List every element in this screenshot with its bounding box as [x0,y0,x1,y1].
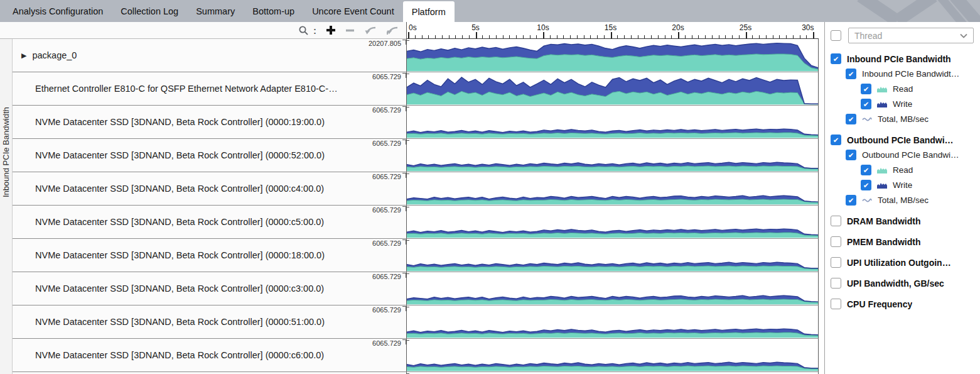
bandwidth-chart[interactable] [407,272,818,305]
bandwidth-chart[interactable] [407,39,818,72]
ruler-label: 15s [605,23,617,32]
zoom-in-icon[interactable] [326,25,336,35]
sidebar-item-inbound-pcie-bandwidt: ✔Inbound PCIe Bandwidt… [825,69,980,79]
bandwidth-chart[interactable] [407,339,818,371]
row-axis-max: 6065.729 [372,73,406,80]
checkbox-total-mb-sec[interactable]: ✔ [846,114,856,124]
checkbox-outbound-pcie-bandwi[interactable]: ✔ [831,135,841,145]
checkbox-write[interactable]: ✔ [861,180,871,190]
row-name-nvme-datacenter-ssd-3dnand-beta-rock-controller-0000-c3-00-0[interactable]: NVMe Datacenter SSD [3DNAND, Beta Rock C… [13,272,406,305]
checkbox-inbound-pcie-bandwidth[interactable]: ✔ [831,53,841,64]
row-axis-max: 6065.729 [372,339,406,347]
checkbox-upi-bandwidth-gb-sec[interactable] [831,278,841,289]
row-name-nvme-datacenter-ssd-3dnand-beta-rock-controller-0000-c6-00-0[interactable]: NVMe Datacenter SSD [3DNAND, Beta Rock C… [13,339,406,372]
undo-zoom-icon[interactable] [364,26,377,35]
row-axis-max: 6065.729 [372,239,406,247]
table-row: NVMe Datacenter SSD [3DNAND, Beta Rock C… [13,139,819,172]
checkbox-upi-utilization-outgoing[interactable] [831,257,841,268]
ruler-minor-tick [462,35,463,38]
ruler-minor-tick [530,35,530,38]
row-label: NVMe Datacenter SSD [3DNAND, Beta Rock C… [35,250,325,260]
tab-analysis-configuration[interactable]: Analysis Configuration [4,0,112,22]
chart-cell [406,272,819,305]
ruler-minor-tick [793,35,794,38]
sidebar-item-label: Read [893,84,913,94]
checkbox-read[interactable]: ✔ [861,165,871,175]
thread-checkbox[interactable] [831,30,841,41]
bandwidth-chart[interactable] [407,206,818,238]
ruler-minor-tick [442,35,443,38]
ruler-minor-tick [449,35,450,38]
row-value: 6065.729 [372,339,401,347]
row-name-ethernet-controller-e810-c-for-qsfp-ethernet-network-adapter-e810-c[interactable]: Ethernet Controller E810-C for QSFP Ethe… [13,72,406,106]
ruler-minor-tick [428,35,429,38]
row-value: 6065.729 [372,73,401,80]
checkbox-outbound-pcie-bandwi[interactable]: ✔ [846,150,856,160]
bandwidth-chart[interactable] [407,239,818,272]
row-group-strip[interactable]: Inbound PCIe Bandwidth [0,39,13,374]
bandwidth-chart[interactable] [407,172,818,205]
tab-summary[interactable]: Summary [187,0,244,22]
timeline-ruler[interactable]: 0s5s10s15s20s25s30s [406,22,819,39]
sidebar-item-label: Inbound PCIe Bandwidt… [862,69,959,79]
row-axis-max: 20207.805 [369,40,406,47]
ruler-minor-tick [563,35,564,38]
ruler-minor-tick [516,35,517,38]
search-icon[interactable] [298,25,309,36]
ruler-minor-tick [435,35,436,38]
row-label: NVMe Datacenter SSD [3DNAND, Beta Rock C… [35,283,324,294]
ruler-minor-tick [665,35,665,38]
row-group-label: Inbound PCIe Bandwidth [1,39,11,265]
row-name-nvme-datacenter-ssd-3dnand-beta-rock-controller-0000-c5-00-0[interactable]: NVMe Datacenter SSD [3DNAND, Beta Rock C… [13,206,406,239]
row-name-nvme-datacenter-ssd-3dnand-beta-rock-controller-0000-52-00-0[interactable]: NVMe Datacenter SSD [3DNAND, Beta Rock C… [13,139,406,172]
row-name-package-0[interactable]: ▶package_020207.805 [13,39,406,72]
tab-bottom-up[interactable]: Bottom-up [244,0,303,22]
ruler-label: 30s [802,23,814,32]
row-value: 6065.729 [372,140,401,147]
sidebar-item-upi-bandwidth-gb-sec: UPI Bandwidth, GB/sec [825,278,980,289]
ruler-minor-tick [469,35,470,38]
ruler-minor-tick [658,35,659,38]
checkbox-dram-bandwidth[interactable] [831,216,841,226]
row-axis-max: 6065.729 [372,306,406,314]
undo-all-zoom-icon[interactable] [386,26,399,35]
expander-icon[interactable]: ▶ [21,52,26,60]
bandwidth-chart[interactable] [407,139,818,172]
timeline-header: : [0,22,819,39]
ruler-minor-tick [712,35,713,38]
row-name-nvme-datacenter-ssd-3dnand-beta-rock-controller-0000-18-00-0[interactable]: NVMe Datacenter SSD [3DNAND, Beta Rock C… [13,239,406,272]
bandwidth-chart[interactable] [407,305,818,338]
checkbox-pmem-bandwidth[interactable] [831,236,841,247]
checkbox-read[interactable]: ✔ [861,84,871,94]
bandwidth-chart[interactable] [407,72,818,105]
sidebar-item-upi-utilization-outgoing: UPI Utilization Outgoing… [825,257,980,268]
ruler-minor-tick [482,35,483,38]
row-name-nvme-datacenter-ssd-3dnand-beta-rock-controller-0000-c4-00-0[interactable]: NVMe Datacenter SSD [3DNAND, Beta Rock C… [13,172,406,206]
chart-cell [406,139,819,172]
ruler-minor-tick [705,35,706,38]
thread-dropdown[interactable]: Thread [848,28,974,43]
ruler-minor-tick [523,35,524,38]
row-name-nvme-datacenter-ssd-3dnand-beta-rock-controller-0000-19-00-0[interactable]: NVMe Datacenter SSD [3DNAND, Beta Rock C… [13,106,406,139]
vertical-scrollbar[interactable] [819,22,824,374]
row-value: 20207.805 [369,40,401,47]
chevron-down-icon [960,33,967,38]
ruler-label: 5s [471,23,480,32]
zoom-out-icon[interactable] [345,26,355,35]
ruler-minor-tick [651,35,652,38]
vtune-platform-window: Analysis ConfigurationCollection LogSumm… [0,0,980,374]
checkbox-total-mb-sec[interactable]: ✔ [846,195,856,206]
checkbox-write[interactable]: ✔ [861,99,871,109]
ruler-minor-tick [617,35,618,38]
rows-area: Inbound PCIe Bandwidth ▶package_020207.8… [0,39,819,374]
bandwidth-chart[interactable] [407,106,818,138]
tab-platform[interactable]: Platform [403,1,455,22]
checkbox-cpu-frequency[interactable] [831,299,841,309]
row-name-nvme-datacenter-ssd-3dnand-beta-rock-controller-0000-51-00-0[interactable]: NVMe Datacenter SSD [3DNAND, Beta Rock C… [13,305,406,339]
sidebar-item-label: Outbound PCIe Bandwi… [862,150,959,160]
row-value: 6065.729 [372,206,401,214]
tab-collection-log[interactable]: Collection Log [112,0,187,22]
chart-cell [406,39,819,72]
tab-uncore-event-count[interactable]: Uncore Event Count [303,0,403,22]
checkbox-inbound-pcie-bandwidt[interactable]: ✔ [846,69,856,79]
